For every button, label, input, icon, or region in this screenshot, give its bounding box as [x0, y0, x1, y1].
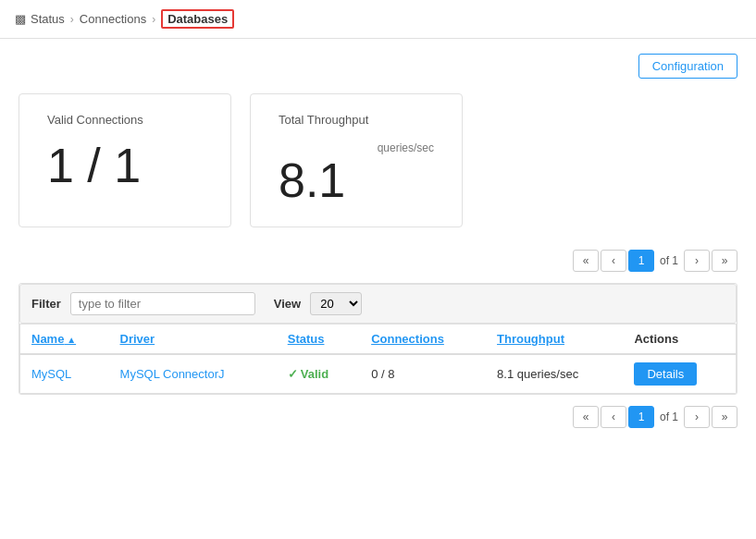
cell-connections: 0 / 8 [360, 354, 486, 394]
filter-input[interactable] [70, 292, 255, 315]
page-last-bottom[interactable]: » [712, 406, 737, 428]
col-connections[interactable]: Connections [360, 325, 486, 355]
breadcrumb-connections[interactable]: Connections [80, 12, 146, 26]
table-header-row: Name Driver Status Connections Throughpu… [20, 325, 737, 355]
col-status[interactable]: Status [277, 325, 360, 355]
sort-icon [64, 332, 76, 346]
status-badge: ✓Valid [288, 367, 328, 381]
pagination-top: « ‹ 1 of 1 › » [19, 250, 737, 272]
stats-cards: Valid Connections 1 / 1 Total Throughput… [19, 93, 737, 227]
breadcrumb-databases[interactable]: Databases [161, 9, 234, 29]
valid-connections-card: Valid Connections 1 / 1 [19, 93, 231, 227]
breadcrumb-sep-1: › [70, 13, 74, 26]
throughput-unit: queries/sec [279, 141, 434, 154]
throughput-value: 8.1 [279, 156, 434, 204]
valid-connections-value: 1 / 1 [47, 141, 203, 190]
table-section: Filter View 20 50 100 Name Driver [19, 283, 737, 395]
breadcrumb-status[interactable]: ▩ Status [15, 12, 65, 26]
page-last-top[interactable]: » [712, 250, 737, 272]
filter-row: Filter View 20 50 100 [19, 284, 737, 324]
cell-actions: Details [623, 354, 736, 394]
breadcrumb-sep-2: › [152, 13, 155, 26]
page-next-bottom[interactable]: › [684, 406, 710, 428]
checkmark-icon: ✓ [288, 367, 298, 381]
col-name[interactable]: Name [20, 325, 109, 355]
col-throughput[interactable]: Throughput [486, 325, 623, 355]
db-name-link[interactable]: MySQL [31, 367, 71, 381]
table-row: MySQL MySQL ConnectorJ ✓Valid 0 / 8 8.1 … [20, 354, 737, 394]
pagination-bottom: « ‹ 1 of 1 › » [19, 406, 737, 428]
view-label: View [274, 297, 301, 311]
col-actions: Actions [623, 325, 736, 355]
cell-status: ✓Valid [277, 354, 360, 394]
throughput-title: Total Throughput [279, 113, 434, 127]
filter-label: Filter [31, 297, 61, 311]
config-row: Configuration [19, 54, 737, 79]
details-button[interactable]: Details [634, 362, 697, 386]
cell-name: MySQL [20, 354, 109, 394]
page-current-bottom[interactable]: 1 [628, 406, 654, 428]
throughput-card: Total Throughput queries/sec 8.1 [250, 93, 463, 227]
page-first-top[interactable]: « [573, 250, 599, 272]
page-of-bottom: of 1 [660, 410, 678, 423]
configuration-button[interactable]: Configuration [638, 54, 737, 79]
view-select[interactable]: 20 50 100 [310, 292, 362, 315]
cell-driver: MySQL ConnectorJ [109, 354, 277, 394]
cell-throughput: 8.1 queries/sec [486, 354, 623, 394]
page-first-bottom[interactable]: « [573, 406, 599, 428]
page-next-top[interactable]: › [684, 250, 710, 272]
col-driver[interactable]: Driver [109, 325, 277, 355]
breadcrumb: ▩ Status › Connections › Databases [0, 0, 756, 39]
bar-chart-icon: ▩ [15, 12, 26, 26]
page-current-top[interactable]: 1 [628, 250, 654, 272]
driver-link[interactable]: MySQL ConnectorJ [120, 367, 225, 381]
valid-connections-title: Valid Connections [47, 113, 203, 127]
main-content: Configuration Valid Connections 1 / 1 To… [0, 39, 756, 454]
page-prev-top[interactable]: ‹ [601, 250, 626, 272]
page-prev-bottom[interactable]: ‹ [601, 406, 626, 428]
databases-table: Name Driver Status Connections Throughpu… [19, 324, 737, 394]
page-of-top: of 1 [660, 254, 678, 267]
